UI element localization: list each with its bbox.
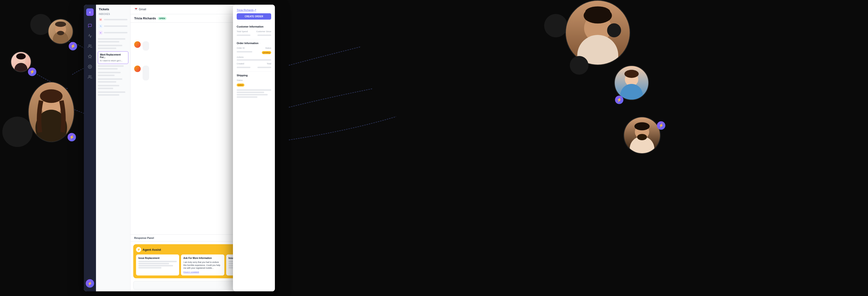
shipping-detail-4: [237, 96, 257, 98]
gmail-icon: M: [99, 18, 102, 22]
sidebar-logo: ‹: [86, 8, 94, 16]
gmail-logo: [134, 7, 138, 11]
shipping-title: Shipping: [237, 74, 271, 77]
shipping-status-value: active: [237, 83, 244, 86]
total-label: Total: [267, 62, 271, 65]
order-id-label: Order ID: [237, 47, 245, 49]
lightning-badge-1: ⚡: [69, 42, 77, 50]
sidebar: ‹: [84, 5, 96, 291]
inboxes-label: INBOXES: [98, 13, 128, 16]
ticket-subject: Want Replacement For...: [100, 53, 126, 58]
svg-marker-22: [88, 55, 92, 58]
ticket-selected[interactable]: Want Replacement For... hi I want to ret…: [98, 51, 128, 64]
inbox-other[interactable]: ●: [98, 30, 128, 35]
sidebar-icon-analytics[interactable]: [86, 32, 94, 40]
sidebar-lightning[interactable]: ⚡: [86, 279, 94, 288]
svg-point-13: [585, 6, 610, 18]
skel-2: [98, 41, 119, 43]
svg-point-16: [624, 70, 639, 78]
assist-card-1-text: I am truly sorry that you had to endure …: [183, 261, 222, 270]
sidebar-icon-settings[interactable]: [86, 62, 94, 71]
assist-card-line: [138, 261, 177, 262]
sidebar-icon-tickets[interactable]: [86, 22, 94, 30]
svg-point-19: [634, 122, 650, 130]
lightning-badge-2: ⚡: [28, 68, 36, 76]
customer-since-label: Customer Since: [256, 30, 271, 33]
shipping-status-badge: active: [237, 82, 271, 86]
created-total-values: [237, 67, 271, 69]
assist-card-line: [138, 267, 161, 268]
assist-card-0[interactable]: Issue Replacement: [136, 254, 179, 275]
svg-point-15: [620, 84, 643, 100]
bubble-2: [143, 41, 149, 51]
other-icon: ●: [99, 31, 102, 34]
skel-10: [98, 81, 116, 83]
skel-5: [98, 65, 124, 67]
actions-row: Actions: [237, 56, 271, 61]
assist-card-1-link[interactable]: POLICY 12348905: [183, 271, 222, 273]
total-spend-value: [237, 34, 250, 36]
avatar-woman-blue: [614, 65, 649, 100]
divider-2: [237, 71, 271, 72]
assist-card-0-title: Issue Replacement: [138, 257, 177, 259]
agent-assist-label: Agent Assist: [143, 248, 161, 251]
total-spend-label: Total Spend: [237, 30, 248, 33]
created-total-row: Created Total: [237, 62, 271, 65]
lightning-badge-5: ⚡: [657, 121, 665, 130]
other-bar: [104, 32, 127, 33]
skel-1: [98, 38, 125, 39]
deco-circle-1: [2, 117, 33, 147]
divider-1: [237, 39, 271, 39]
twitter-icon: 𝕏: [99, 24, 102, 28]
skel-4: [98, 48, 116, 49]
order-id-values: pending: [237, 51, 271, 54]
shipping-detail-2: [237, 92, 264, 93]
right-panel: Tricia Richards ↗ CREATE ORDER Customer …: [233, 5, 275, 291]
skel-6: [98, 68, 118, 70]
avatar-woman-main: [28, 82, 74, 142]
order-info-title: Order Information: [237, 42, 271, 45]
svg-point-24: [89, 75, 90, 77]
status-badge: pending: [262, 51, 271, 54]
deco-circle-4: [570, 56, 588, 75]
customer-link[interactable]: Tricia Richards ↗: [237, 8, 271, 11]
gmail-bar: [104, 19, 127, 20]
inbox-gmail[interactable]: M: [98, 17, 128, 22]
tickets-title: Tickets: [98, 7, 128, 11]
msg-avatar-2: [134, 41, 141, 48]
sidebar-icon-team[interactable]: [86, 73, 94, 81]
order-id-row: Order ID Status: [237, 47, 271, 49]
actions-label: Actions: [237, 56, 271, 58]
sidebar-icon-contacts[interactable]: [86, 42, 94, 50]
customer-since-value: [257, 34, 271, 36]
skel-8: [98, 75, 115, 76]
skel-14: [98, 94, 119, 96]
contact-name: Tricia Richards: [134, 17, 156, 20]
open-badge: OPEN: [158, 17, 166, 20]
assist-lightning-icon: ⚡: [136, 247, 141, 252]
assist-card-1[interactable]: Ask For More Information I am truly sorr…: [181, 254, 224, 275]
skel-12: [98, 88, 113, 89]
status-col-label: Status: [265, 47, 271, 49]
svg-point-3: [57, 31, 64, 35]
actions-value: [237, 59, 271, 61]
skel-11: [98, 85, 119, 86]
create-order-button[interactable]: CREATE ORDER: [237, 13, 271, 20]
shipping-details: [237, 89, 271, 98]
sidebar-icon-campaigns[interactable]: [86, 52, 94, 61]
msg-avatar-4: [134, 65, 141, 72]
shipping-detail-3: [237, 94, 268, 96]
total-spend-values: [237, 34, 271, 37]
skel-3: [98, 45, 122, 46]
skel-13: [98, 91, 125, 93]
svg-point-5: [14, 63, 28, 72]
customer-info-title: Customer Information: [237, 25, 271, 28]
created-value: [237, 67, 250, 68]
total-value: [257, 67, 271, 68]
ticket-list: Want Replacement For... hi I want to ret…: [98, 38, 128, 98]
svg-point-20: [637, 134, 647, 140]
assist-card-line: [138, 265, 173, 266]
svg-point-6: [16, 53, 26, 59]
inbox-twitter[interactable]: 𝕏: [98, 23, 128, 29]
skel-9: [98, 78, 122, 80]
